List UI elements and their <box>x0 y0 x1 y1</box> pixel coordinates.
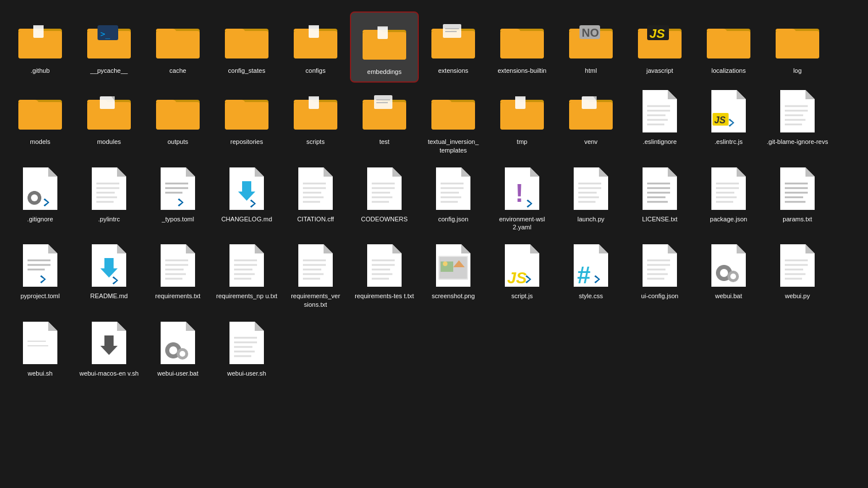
file-label-log: log <box>793 67 802 75</box>
file-item-launch-py[interactable]: launch.py <box>556 160 625 237</box>
file-item-pycache[interactable]: >___pycache__ <box>75 11 143 83</box>
file-label-changelog: CHANGELOG.md <box>221 215 273 223</box>
file-item-params-txt[interactable]: params.txt <box>763 160 832 237</box>
file-item-typos-toml[interactable]: _typos.toml <box>143 160 212 237</box>
svg-marker-132 <box>530 167 539 177</box>
file-item-webui-bat[interactable]: webui.bat <box>694 237 763 314</box>
file-item-requirements-versions[interactable]: requirements_ver sions.txt <box>281 237 350 314</box>
file-item-requirements[interactable]: requirements.txt <box>143 237 212 314</box>
file-item-changelog[interactable]: CHANGELOG.md <box>212 160 281 237</box>
file-item-modules[interactable]: modules <box>75 83 143 160</box>
file-item-repositories[interactable]: repositories <box>212 83 281 160</box>
svg-marker-118 <box>392 167 402 177</box>
file-label-codeowners: CODEOWNERS <box>361 215 407 223</box>
file-item-package-json[interactable]: package.json <box>694 160 763 237</box>
file-item-eslintrc[interactable]: JS .eslintrc.js <box>694 83 763 160</box>
file-item-script-js[interactable]: JS script.js <box>488 237 556 314</box>
svg-rect-91 <box>33 202 36 205</box>
file-label-typos-toml: _typos.toml <box>162 215 194 223</box>
file-item-config_states[interactable]: config_states <box>212 11 281 83</box>
file-item-pyproject[interactable]: pyproject.toml <box>6 237 75 314</box>
file-label-extensions: extensions <box>438 67 469 75</box>
file-item-log[interactable]: log <box>763 11 832 83</box>
svg-text:#: # <box>577 261 590 287</box>
file-icon-javascript: JS <box>637 17 683 63</box>
file-item-webui-user-sh[interactable]: webui-user.sh <box>212 314 281 383</box>
svg-rect-38 <box>776 31 819 58</box>
file-item-config-json[interactable]: config.json <box>419 160 488 237</box>
file-item-test[interactable]: test <box>350 83 419 160</box>
file-item-venv[interactable]: venv <box>556 83 625 160</box>
file-item-ui-config[interactable]: ui-config.json <box>625 237 694 314</box>
file-icon-eslintrc: JS <box>706 88 752 134</box>
svg-point-204 <box>443 261 447 266</box>
file-item-pylintrc[interactable]: .pylintrc <box>75 160 143 237</box>
svg-rect-3 <box>33 25 44 26</box>
file-item-environment-wsl[interactable]: ! environment-wsl 2.yaml <box>488 160 556 237</box>
svg-marker-229 <box>805 244 815 253</box>
file-item-embeddings[interactable]: embeddings <box>350 11 419 83</box>
file-item-textual_inversion_templates[interactable]: textual_inversion_ templates <box>419 83 488 160</box>
file-item-license[interactable]: LICENSE.txt <box>625 160 694 237</box>
file-icon-webui-user-bat <box>155 320 201 366</box>
file-icon-embeddings <box>361 18 407 64</box>
file-label-eslintrc: .eslintrc.js <box>715 138 743 146</box>
file-label-configs: configs <box>306 67 326 75</box>
file-item-extensions-builtin[interactable]: extensions-builtin <box>488 11 556 83</box>
svg-marker-209 <box>599 244 608 253</box>
file-item-git-blame[interactable]: .git-blame-ignore-revs <box>763 83 832 160</box>
svg-marker-185 <box>324 244 333 253</box>
file-item-gitignore[interactable]: .gitignore <box>6 160 75 237</box>
file-item-webui-macos[interactable]: webui-macos-en v.sh <box>75 314 143 383</box>
file-item-configs[interactable]: configs <box>281 11 350 83</box>
file-label-cache: cache <box>169 67 186 75</box>
file-label-pycache: __pycache__ <box>90 67 127 75</box>
svg-text:JS: JS <box>507 269 527 287</box>
file-icon-citation <box>293 166 338 212</box>
svg-marker-69 <box>668 90 677 99</box>
file-icon-readme <box>86 243 132 288</box>
file-icon-outputs <box>155 88 201 134</box>
file-item-localizations[interactable]: localizations <box>694 11 763 83</box>
file-label-config-json: config.json <box>438 215 469 223</box>
file-item-requirements-npu[interactable]: requirements_np u.txt <box>212 237 281 314</box>
file-item-citation[interactable]: CITATION.cff <box>281 160 350 237</box>
svg-text:NO: NO <box>582 26 599 39</box>
file-icon-requirements-versions <box>293 243 338 288</box>
file-item-scripts[interactable]: scripts <box>281 83 350 160</box>
file-item-cache[interactable]: cache <box>143 11 212 83</box>
file-item-readme[interactable]: README.md <box>75 237 143 314</box>
svg-marker-142 <box>668 167 677 177</box>
file-icon-tmp <box>499 88 545 134</box>
file-item-javascript[interactable]: JSjavascript <box>625 11 694 83</box>
svg-rect-52 <box>309 96 319 97</box>
file-icon-venv <box>568 88 614 134</box>
file-item-extensions[interactable]: extensions <box>419 11 488 83</box>
file-label-html: html <box>585 67 597 75</box>
file-item-webui-sh[interactable]: webui.sh <box>6 314 75 383</box>
file-icon-webui-sh <box>17 320 63 366</box>
file-item-codeowners[interactable]: CODEOWNERS <box>350 160 419 237</box>
file-item-webui-py[interactable]: webui.py <box>763 237 832 314</box>
file-item-outputs[interactable]: outputs <box>143 83 212 160</box>
file-icon-requirements <box>155 243 201 288</box>
svg-marker-212 <box>668 244 677 253</box>
file-item-screenshot[interactable]: screenshot.png <box>419 237 488 314</box>
file-item-github[interactable]: .github <box>6 11 75 83</box>
file-item-webui-user-bat[interactable]: webui-user.bat <box>143 314 212 383</box>
file-label-repositories: repositories <box>231 138 263 146</box>
file-label-extensions-builtin: extensions-builtin <box>498 67 547 75</box>
svg-marker-253 <box>255 322 264 331</box>
file-icon-webui-macos <box>86 320 132 366</box>
svg-rect-248 <box>165 349 168 352</box>
file-label-pyproject: pyproject.toml <box>21 292 60 300</box>
file-icon-config-json <box>430 166 476 212</box>
svg-text:JS: JS <box>649 26 665 41</box>
file-item-models[interactable]: models <box>6 83 75 160</box>
file-item-requirements-test[interactable]: requirements-tes t.txt <box>350 237 419 314</box>
file-item-eslintignore[interactable]: .eslintignore <box>625 83 694 160</box>
svg-rect-2 <box>33 25 44 38</box>
file-item-tmp[interactable]: tmp <box>488 83 556 160</box>
file-item-style-css[interactable]: # style.css <box>556 237 625 314</box>
file-item-html[interactable]: NOhtml <box>556 11 625 83</box>
